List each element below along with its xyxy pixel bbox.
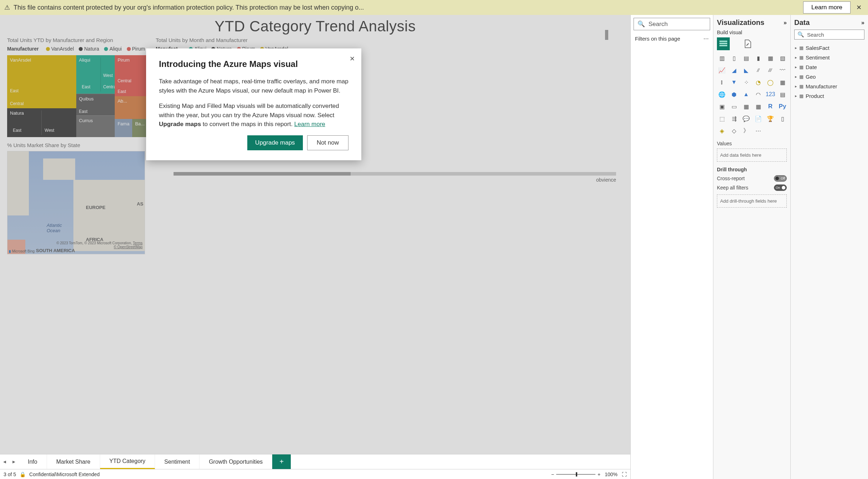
page-tab-market-share[interactable]: Market Share [47, 454, 100, 469]
viz-line-clustered[interactable]: ⫻ [765, 65, 775, 75]
drill-through-label: Drill through [717, 167, 787, 172]
tab-prev[interactable]: ◄ [0, 459, 9, 464]
viz-scatter[interactable]: ⁘ [741, 77, 751, 87]
format-visual-tab[interactable] [741, 37, 754, 50]
filters-section-label: Filters on this page [635, 36, 680, 42]
filters-pane: 🔍 Search Filters on this page ⋯ [630, 15, 713, 479]
fit-to-page-icon[interactable]: ⛶ [622, 472, 627, 477]
data-table-manufacturer[interactable]: ▸▦Manufacturer [794, 82, 864, 91]
format-page-icon [743, 39, 752, 48]
build-grid-icon [719, 40, 728, 47]
viz-area[interactable]: ◢ [729, 65, 739, 75]
viz-table[interactable]: ▦ [741, 101, 751, 111]
viz-filled-map[interactable]: ⬢ [729, 89, 739, 99]
viz-gauge[interactable]: ◠ [753, 89, 763, 99]
page-tab-sentiment[interactable]: Sentiment [155, 454, 200, 469]
viz-stacked-area[interactable]: ◣ [741, 65, 751, 75]
data-table-geo[interactable]: ▸▦Geo [794, 72, 864, 82]
filter-search[interactable]: 🔍 Search [634, 18, 710, 30]
zoom-level: 100% [605, 472, 618, 477]
modal-title: Introducing the Azure Maps visual [159, 59, 348, 69]
collapse-data-pane[interactable]: » [861, 20, 864, 26]
build-visual-label: Build visual [717, 30, 787, 35]
build-visual-tab[interactable] [717, 37, 730, 50]
data-table-date[interactable]: ▸▦Date [794, 62, 864, 72]
values-label: Values [717, 141, 787, 146]
keep-filters-label: Keep all filters [717, 185, 748, 191]
not-now-button[interactable]: Not now [307, 135, 348, 150]
viz-azure-map[interactable]: ▲ [741, 89, 751, 99]
search-icon: 🔍 [797, 31, 804, 38]
viz-python[interactable]: Py [777, 101, 787, 111]
svg-rect-2 [719, 43, 727, 44]
page-tabs: ◄ ► InfoMarket ShareYTD CategorySentimen… [0, 454, 630, 469]
data-table-salesfact[interactable]: ▸▦SalesFact [794, 43, 864, 53]
viz-map[interactable]: 🌐 [717, 89, 727, 99]
viz-key-influencers[interactable]: ⬚ [717, 114, 727, 124]
lock-icon: 🔒 [20, 472, 26, 477]
upgrade-maps-button[interactable]: Upgrade maps [247, 135, 303, 150]
modal-paragraph-1: Take advantage of heat maps, real-time t… [159, 77, 348, 95]
viz-clustered-column[interactable]: ▮ [753, 53, 763, 63]
modal-paragraph-2: Existing Map and Filled Map visuals will… [159, 101, 348, 129]
viz-100-bar[interactable]: ▦ [765, 53, 775, 63]
page-counter: 3 of 5 [4, 472, 16, 477]
page-tab-ytd-category[interactable]: YTD Category [100, 454, 155, 469]
search-icon: 🔍 [637, 20, 645, 28]
viz-treemap[interactable]: ▦ [777, 77, 787, 87]
viz-narrative[interactable]: 📄 [753, 114, 763, 124]
page-tab-info[interactable]: Info [19, 454, 47, 469]
viz-slicer[interactable]: ▭ [729, 101, 739, 111]
keep-filters-toggle[interactable]: On [774, 184, 787, 191]
classification-label: Confidential\Microsoft Extended [29, 472, 100, 477]
viz-funnel[interactable]: ▼ [729, 77, 739, 87]
data-search[interactable]: 🔍 Search [794, 30, 864, 40]
warning-close-icon[interactable]: ✕ [854, 4, 864, 11]
viz-line[interactable]: 📈 [717, 65, 727, 75]
modal-learn-more-link[interactable]: Learn more [294, 121, 325, 127]
viz-powerapps[interactable]: ◇ [729, 126, 739, 136]
svg-rect-1 [719, 41, 727, 42]
viz-qa[interactable]: 💬 [741, 114, 751, 124]
viz-stacked-column[interactable]: ▯ [729, 53, 739, 63]
viz-waterfall[interactable]: ⫿ [717, 77, 727, 87]
viz-decomposition[interactable]: ⇶ [729, 114, 739, 124]
data-pane-title: Data [794, 19, 810, 27]
viz-line-column[interactable]: ⫽ [753, 65, 763, 75]
protection-warning-bar: ⚠ This file contains content protected b… [0, 0, 868, 15]
cross-report-toggle[interactable]: Off [774, 175, 787, 182]
data-table-sentiment[interactable]: ▸▦Sentiment [794, 53, 864, 62]
viz-pie[interactable]: ◔ [753, 77, 763, 87]
add-page-button[interactable]: + [272, 454, 291, 469]
learn-more-button[interactable]: Learn more [803, 1, 851, 14]
more-icon[interactable]: ⋯ [703, 35, 709, 42]
tab-next[interactable]: ► [9, 459, 19, 464]
viz-clustered-bar[interactable]: ▤ [741, 53, 751, 63]
drill-field-well[interactable]: Add drill-through fields here [717, 194, 787, 208]
viz-r[interactable]: R [765, 101, 775, 111]
viz-paginated[interactable]: ▯ [777, 114, 787, 124]
svg-rect-3 [719, 45, 727, 46]
viz-stacked-bar[interactable]: ▥ [717, 53, 727, 63]
viz-kpi[interactable]: ▣ [717, 101, 727, 111]
viz-goals[interactable]: 🏆 [765, 114, 775, 124]
visual-type-gallery: ▥ ▯ ▤ ▮ ▦ ▧ 📈 ◢ ◣ ⫽ ⫻ 〰 ⫿ ▼ ⁘ ◔ ◯ ▦ 🌐 ⬢ [717, 53, 787, 136]
zoom-slider[interactable]: −+ [551, 472, 600, 477]
visualizations-pane: Visualizations » Build visual ▥ ▯ ▤ ▮ ▦ … [713, 15, 790, 479]
collapse-viz-pane[interactable]: » [784, 20, 787, 26]
viz-card[interactable]: 123 [765, 89, 775, 99]
viz-100-column[interactable]: ▧ [777, 53, 787, 63]
viz-matrix[interactable]: ▦ [753, 101, 763, 111]
viz-more[interactable]: ⋯ [753, 126, 763, 136]
values-field-well[interactable]: Add data fields here [717, 149, 787, 162]
viz-ribbon[interactable]: 〰 [777, 65, 787, 75]
data-pane: Data » 🔍 Search ▸▦SalesFact▸▦Sentiment▸▦… [790, 15, 868, 479]
page-tab-growth-opportunities[interactable]: Growth Opportunities [200, 454, 272, 469]
viz-multi-card[interactable]: ▤ [777, 89, 787, 99]
cross-report-label: Cross-report [717, 176, 745, 181]
modal-close-button[interactable]: ✕ [350, 55, 355, 63]
viz-powerautomate[interactable]: 》 [741, 126, 751, 136]
viz-arcgis[interactable]: ◈ [717, 126, 727, 136]
data-table-product[interactable]: ▸▦Product [794, 91, 864, 101]
viz-donut[interactable]: ◯ [765, 77, 775, 87]
